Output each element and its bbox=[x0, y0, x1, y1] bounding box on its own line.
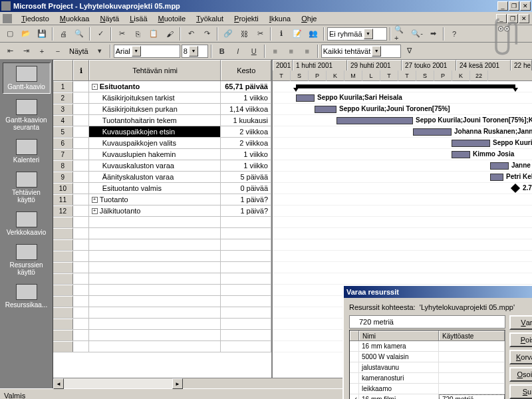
split-icon[interactable]: ✂ bbox=[253, 27, 267, 41]
dlg-btn-poista[interactable]: Poista bbox=[509, 332, 532, 347]
task-row[interactable]: 4Tuotantohaitarin tekem1 kuukausi bbox=[53, 115, 271, 126]
task-row[interactable]: 6Kuvauspaikkojen valits2 viikkoa bbox=[53, 138, 271, 149]
menu-ikkuna[interactable]: Ikkuna bbox=[264, 13, 296, 24]
underline-icon[interactable]: U bbox=[247, 44, 261, 59]
spell-icon[interactable]: ✓ bbox=[93, 27, 108, 41]
autofilter-icon[interactable]: ∇ bbox=[402, 44, 417, 59]
task-row[interactable] bbox=[53, 319, 271, 330]
size-combo[interactable]: 8▼ bbox=[182, 45, 208, 58]
info-icon[interactable]: ℹ bbox=[274, 27, 289, 41]
task-bar[interactable] bbox=[296, 94, 315, 102]
task-row[interactable] bbox=[53, 330, 271, 341]
milestone[interactable] bbox=[511, 184, 520, 193]
hide-sub-icon[interactable]: − bbox=[51, 44, 65, 59]
minimize-button[interactable]: _ bbox=[497, 1, 508, 11]
print-icon[interactable]: 🖨 bbox=[56, 27, 70, 41]
align-left-icon[interactable]: ≡ bbox=[268, 44, 283, 59]
align-right-icon[interactable]: ≡ bbox=[300, 44, 315, 59]
menu-näytä[interactable]: Näytä bbox=[94, 13, 124, 24]
show-sub-icon[interactable]: + bbox=[35, 44, 49, 59]
view-verkkokaavio[interactable]: Verkkokaavio bbox=[3, 209, 51, 239]
assign-icon[interactable]: 👥 bbox=[306, 27, 321, 41]
task-bar[interactable] bbox=[490, 174, 503, 181]
units-combo[interactable]: 720 metriä bbox=[349, 315, 505, 329]
task-row[interactable] bbox=[53, 307, 271, 319]
view-teht-vien-k-ytt-[interactable]: Tehtävien käyttö bbox=[3, 169, 51, 206]
task-row[interactable] bbox=[53, 217, 271, 228]
info-header[interactable]: ℹ bbox=[73, 60, 89, 80]
view-gantt-kaavion-seuranta[interactable]: Gantt-kaavion seuranta bbox=[3, 96, 51, 134]
resource-row[interactable]: kameranosturi bbox=[350, 373, 505, 384]
bold-icon[interactable]: B bbox=[215, 44, 229, 59]
task-row[interactable]: 7Kuvauslupien hakemin1 viikko bbox=[53, 149, 271, 160]
scroll-left-icon[interactable]: ◄ bbox=[53, 378, 64, 389]
outline-toggle[interactable]: - bbox=[92, 84, 98, 90]
task-bar[interactable] bbox=[315, 106, 336, 113]
filter-combo[interactable]: Kaikki tehtävät▼ bbox=[321, 45, 401, 58]
task-row[interactable] bbox=[53, 341, 271, 352]
task-row[interactable]: 8Kuvauskaluston varaa1 viikko bbox=[53, 160, 271, 172]
row-header[interactable] bbox=[53, 60, 73, 80]
restore-button[interactable]: ❐ bbox=[509, 1, 519, 11]
task-row[interactable]: 5Kuvauspaikkojen etsin2 viikkoa bbox=[53, 126, 271, 138]
close-button[interactable]: ✕ bbox=[520, 1, 531, 11]
dlg-btn-osoite[interactable]: Osoite... bbox=[509, 367, 532, 382]
format-painter-icon[interactable]: 🖌 bbox=[162, 27, 177, 41]
task-row[interactable] bbox=[53, 296, 271, 307]
menu-lisää[interactable]: Lisää bbox=[124, 13, 152, 24]
outline-toggle[interactable]: + bbox=[92, 208, 98, 214]
resource-row[interactable]: 16 mm kamera bbox=[350, 341, 505, 352]
undo-icon[interactable]: ↶ bbox=[184, 27, 198, 41]
task-row[interactable]: 2Käsikirjoituksen tarkist1 viikko bbox=[53, 92, 271, 104]
task-row[interactable] bbox=[53, 228, 271, 239]
notes-icon[interactable]: 📝 bbox=[290, 27, 305, 41]
task-row[interactable]: 1-Esituotanto65,71 päivää bbox=[53, 81, 271, 92]
task-row[interactable] bbox=[53, 251, 271, 262]
italic-icon[interactable]: I bbox=[231, 44, 245, 59]
view-resurssikaa---[interactable]: Resurssikaa... bbox=[3, 281, 51, 311]
zoom-out-icon[interactable]: 🔍- bbox=[410, 27, 424, 41]
col-name[interactable]: Nimi bbox=[359, 331, 439, 340]
indent-icon[interactable]: ⇥ bbox=[19, 44, 33, 59]
redo-icon[interactable]: ↷ bbox=[200, 27, 214, 41]
show-dd-icon[interactable]: ▾ bbox=[92, 44, 107, 59]
task-bar[interactable] bbox=[452, 151, 470, 158]
copy-icon[interactable]: ⎘ bbox=[130, 27, 145, 41]
new-icon[interactable]: ▢ bbox=[3, 27, 17, 41]
menu-projekti[interactable]: Projekti bbox=[229, 13, 264, 24]
view-gantt-kaavio[interactable]: Gantt-kaavio bbox=[3, 63, 51, 94]
save-icon[interactable]: 💾 bbox=[35, 27, 49, 41]
font-combo[interactable]: Arial▼ bbox=[114, 45, 180, 58]
task-bar[interactable] bbox=[413, 128, 452, 136]
task-row[interactable]: 9Äänityskaluston varaa5 päivää bbox=[53, 172, 271, 183]
unlink-icon[interactable]: ⛓ bbox=[237, 27, 251, 41]
menu-ohje[interactable]: Ohje bbox=[296, 13, 322, 24]
task-bar[interactable] bbox=[452, 140, 490, 147]
menu-muokkaa[interactable]: Muokkaa bbox=[55, 13, 95, 24]
task-bar[interactable] bbox=[336, 117, 413, 124]
goto-icon[interactable]: ➡ bbox=[426, 27, 440, 41]
task-bar[interactable] bbox=[490, 162, 509, 170]
help-icon[interactable]: ? bbox=[447, 27, 462, 41]
view-resurssien-k-ytt-[interactable]: Resurssien käyttö bbox=[3, 241, 51, 279]
link-icon[interactable]: 🔗 bbox=[221, 27, 235, 41]
task-row[interactable]: 11+Tuotanto1 päivä? bbox=[53, 194, 271, 205]
view-kalenteri[interactable]: Kalenteri bbox=[3, 136, 51, 166]
paste-icon[interactable]: 📋 bbox=[146, 27, 161, 41]
menu-tiedosto[interactable]: Tiedosto bbox=[16, 13, 55, 24]
summary-bar[interactable] bbox=[296, 84, 515, 88]
task-row[interactable]: 10Esituotanto valmis0 päivää bbox=[53, 183, 271, 194]
dlg-btn-sulje[interactable]: Sulje bbox=[509, 384, 532, 399]
outline-toggle[interactable]: + bbox=[92, 197, 98, 203]
col-usage[interactable]: Käyttöaste bbox=[439, 331, 505, 340]
cut-icon[interactable]: ✂ bbox=[114, 27, 129, 41]
menu-työkalut[interactable]: Työkalut bbox=[191, 13, 229, 24]
align-center-icon[interactable]: ≡ bbox=[284, 44, 299, 59]
task-row[interactable]: 12+Jälkituotanto1 päivä? bbox=[53, 205, 271, 217]
outdent-icon[interactable]: ⇤ bbox=[3, 44, 17, 59]
resource-row[interactable]: 5000 W valaisin bbox=[350, 352, 505, 362]
scroll-right-icon[interactable]: ► bbox=[172, 378, 183, 389]
dlg-btn-korvaa[interactable]: Korvaa... bbox=[509, 350, 532, 364]
group-combo[interactable]: Ei ryhmää▼ bbox=[327, 27, 387, 41]
preview-icon[interactable]: 🔍 bbox=[72, 27, 86, 41]
